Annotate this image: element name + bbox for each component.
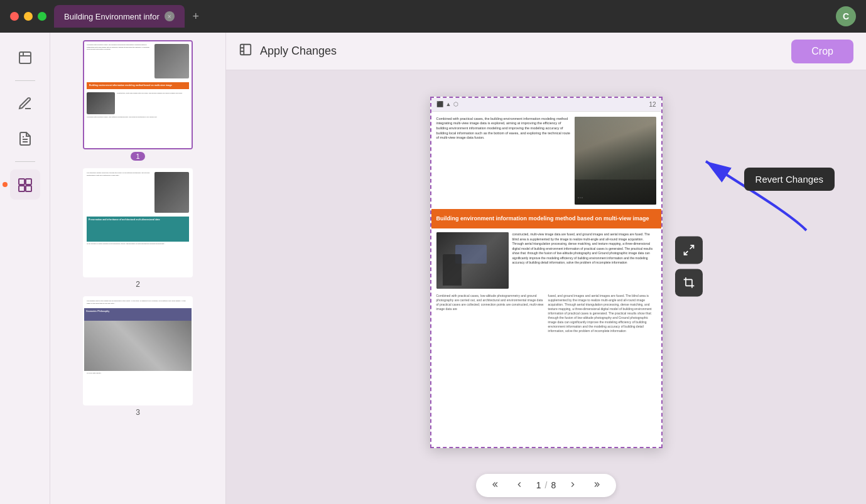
crop-button[interactable]: Crop <box>791 40 853 63</box>
page-navigation: 1 / 8 <box>226 474 866 504</box>
bottom-image <box>436 232 509 289</box>
svg-line-10 <box>690 245 694 249</box>
thumbnail-page-3[interactable]: The specific point of this design will b… <box>58 296 218 417</box>
orange-banner: Building environment information modelin… <box>431 209 661 229</box>
svg-rect-0 <box>19 52 31 63</box>
sidebar-icon-note[interactable] <box>10 124 40 154</box>
page-number-indicator: 12 <box>649 101 656 108</box>
next-page-button[interactable] <box>566 479 580 492</box>
page-footer: Combined with practical cases, low-altit… <box>431 294 661 333</box>
apply-changes-title: Apply Changes <box>260 45 337 58</box>
current-page: 1 <box>536 480 541 490</box>
tab-area: Building Environment infor × + C <box>54 5 856 28</box>
toolbar: Apply Changes Crop <box>226 33 866 70</box>
main-layout: Combined with practical cases, the build… <box>0 33 866 504</box>
thumbnail-page-1[interactable]: Combined with practical cases, the build… <box>58 40 218 161</box>
active-tab[interactable]: Building Environment infor × <box>54 5 185 28</box>
page-badge-1: 1 <box>131 152 144 161</box>
page-content: Combined with practical cases, the build… <box>431 112 661 447</box>
thumb-frame-3: The specific point of this design will b… <box>83 296 193 405</box>
svg-rect-5 <box>19 179 24 185</box>
expand-tool-button[interactable] <box>675 236 703 264</box>
arrow-indicator <box>693 149 831 243</box>
thumb-frame-2: The structural details show that, throug… <box>83 168 193 277</box>
active-indicator-dot <box>3 182 8 187</box>
document-viewer: ⬛ ▲ ⬡ 12 Combined with practical cases, … <box>226 70 866 474</box>
sidebar-divider-1 <box>15 80 35 81</box>
svg-rect-7 <box>19 186 24 191</box>
traffic-lights <box>10 12 46 21</box>
top-text-block: Combined with practical cases, the build… <box>436 117 571 204</box>
toolbar-left: Apply Changes <box>239 43 337 60</box>
svg-rect-12 <box>686 279 692 286</box>
thumbnail-page-2[interactable]: The structural details show that, throug… <box>58 168 218 289</box>
page-top-section: Combined with practical cases, the build… <box>431 112 661 209</box>
footer-right-text: fused, and ground images and aerial imag… <box>548 294 656 333</box>
page-label-2: 2 <box>136 280 140 289</box>
footer-left-text: Combined with practical cases, low-altit… <box>436 294 544 333</box>
first-page-button[interactable] <box>489 479 502 492</box>
thumb-frame-1: Combined with practical cases, the build… <box>83 40 193 149</box>
banner-text: Building environment information modelin… <box>436 215 656 223</box>
tab-close-button[interactable]: × <box>165 11 175 21</box>
crop-tool-button[interactable] <box>675 269 703 296</box>
tab-title: Building Environment infor <box>64 12 160 21</box>
titlebar: Building Environment infor × + C <box>0 0 866 33</box>
page-info: 1 / 8 <box>536 480 556 490</box>
svg-rect-9 <box>241 45 251 55</box>
bottom-right-text: constructed, multi-view image data are f… <box>512 232 656 289</box>
prev-page-button[interactable] <box>512 479 526 492</box>
document-page: ⬛ ▲ ⬡ 12 Combined with practical cases, … <box>430 97 663 448</box>
page-bottom-section: constructed, multi-view image data are f… <box>431 232 661 294</box>
page-label-3: 3 <box>136 408 140 417</box>
add-tab-button[interactable]: + <box>187 8 205 25</box>
right-tools <box>675 236 703 296</box>
maximize-button[interactable] <box>38 12 46 21</box>
revert-changes-tooltip[interactable]: Revert Changes <box>744 168 835 191</box>
close-button[interactable] <box>10 12 19 21</box>
svg-line-11 <box>685 251 688 255</box>
last-page-button[interactable] <box>590 479 603 492</box>
top-image <box>575 117 656 205</box>
user-avatar[interactable]: C <box>836 6 856 26</box>
svg-rect-8 <box>26 186 31 191</box>
sidebar-icon-pages[interactable] <box>10 169 40 200</box>
page-separator: / <box>545 480 548 490</box>
sidebar-divider-2 <box>15 161 35 162</box>
minimize-button[interactable] <box>24 12 33 21</box>
sidebar-icon-book[interactable] <box>10 43 40 73</box>
svg-rect-6 <box>26 179 31 185</box>
apply-icon <box>239 43 252 60</box>
icon-sidebar <box>0 33 50 504</box>
nav-bar: 1 / 8 <box>476 474 616 497</box>
page-toolbar: ⬛ ▲ ⬡ 12 <box>431 98 661 112</box>
sidebar-icon-pen[interactable] <box>10 88 40 119</box>
thumbnail-panel: Combined with practical cases, the build… <box>50 33 226 504</box>
content-area: Apply Changes Crop ⬛ ▲ ⬡ 12 <box>226 33 866 504</box>
total-pages: 8 <box>551 480 556 490</box>
